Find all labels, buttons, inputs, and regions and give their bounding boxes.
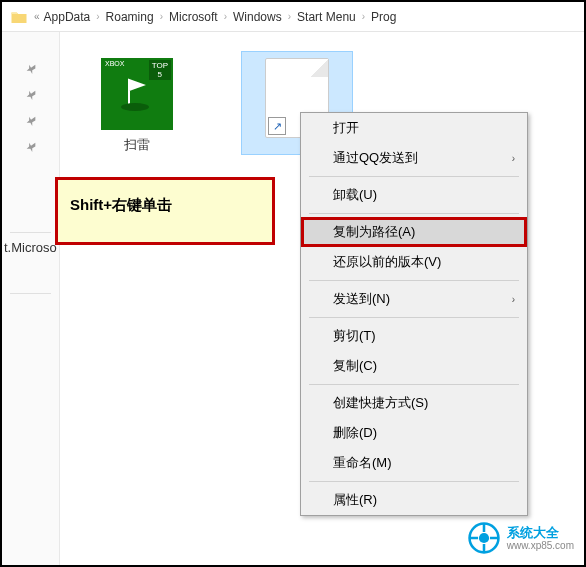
chevron-right-icon: › <box>512 153 515 164</box>
watermark-title: 系统大全 <box>507 525 574 541</box>
ctx-qq-send[interactable]: 通过QQ发送到› <box>301 143 527 173</box>
menu-separator <box>309 481 519 482</box>
ctx-delete[interactable]: 删除(D) <box>301 418 527 448</box>
svg-point-0 <box>121 103 149 111</box>
pin-icon[interactable] <box>24 88 38 102</box>
watermark-url: www.xp85.com <box>507 540 574 551</box>
watermark-logo-icon <box>467 521 501 555</box>
ctx-properties[interactable]: 属性(R) <box>301 485 527 515</box>
app-icon: XBOX TOP5 <box>101 58 173 130</box>
sidebar-truncated-label: t.Microso <box>2 240 57 255</box>
menu-separator <box>309 384 519 385</box>
ctx-rename[interactable]: 重命名(M) <box>301 448 527 478</box>
instruction-callout: Shift+右键单击 <box>55 177 275 245</box>
pin-icon[interactable] <box>24 114 38 128</box>
context-menu: 打开 通过QQ发送到› 卸载(U) 复制为路径(A) 还原以前的版本(V) 发送… <box>300 112 528 516</box>
watermark: 系统大全 www.xp85.com <box>467 521 574 555</box>
ctx-open[interactable]: 打开 <box>301 113 527 143</box>
breadcrumb-item[interactable]: Microsoft <box>165 10 222 24</box>
chevron-right-icon: › <box>158 11 165 22</box>
menu-separator <box>309 280 519 281</box>
chevron-right-icon: › <box>222 11 229 22</box>
breadcrumb-item[interactable]: Start Menu <box>293 10 360 24</box>
breadcrumb-item[interactable]: Windows <box>229 10 286 24</box>
menu-separator <box>309 176 519 177</box>
pin-icon[interactable] <box>24 140 38 154</box>
file-label: 扫雷 <box>82 136 192 154</box>
folder-icon <box>10 8 28 26</box>
pin-icon[interactable] <box>24 62 38 76</box>
xbox-badge: XBOX <box>105 60 124 67</box>
chevron-right-icon: › <box>360 11 367 22</box>
ctx-send-to[interactable]: 发送到(N)› <box>301 284 527 314</box>
svg-point-2 <box>479 533 489 543</box>
ctx-cut[interactable]: 剪切(T) <box>301 321 527 351</box>
file-item-minesweeper[interactable]: XBOX TOP5 扫雷 <box>82 52 192 154</box>
sidebar <box>2 32 60 565</box>
ctx-uninstall[interactable]: 卸载(U) <box>301 180 527 210</box>
breadcrumb-item[interactable]: Roaming <box>102 10 158 24</box>
ctx-create-shortcut[interactable]: 创建快捷方式(S) <box>301 388 527 418</box>
ctx-copy-as-path[interactable]: 复制为路径(A) <box>301 217 527 247</box>
breadcrumb-item[interactable]: Prog <box>367 10 400 24</box>
chevron-right-icon: › <box>286 11 293 22</box>
breadcrumb: « AppData › Roaming › Microsoft › Window… <box>2 2 584 32</box>
chevron-right-icon: › <box>94 11 101 22</box>
top5-badge: TOP5 <box>149 60 171 80</box>
breadcrumb-item[interactable]: AppData <box>40 10 95 24</box>
menu-separator <box>309 213 519 214</box>
menu-separator <box>309 317 519 318</box>
shortcut-arrow-icon: ↗ <box>268 117 286 135</box>
flag-golf-icon <box>117 74 157 114</box>
ctx-copy[interactable]: 复制(C) <box>301 351 527 381</box>
ctx-restore-versions[interactable]: 还原以前的版本(V) <box>301 247 527 277</box>
chevron-right-icon: › <box>512 294 515 305</box>
